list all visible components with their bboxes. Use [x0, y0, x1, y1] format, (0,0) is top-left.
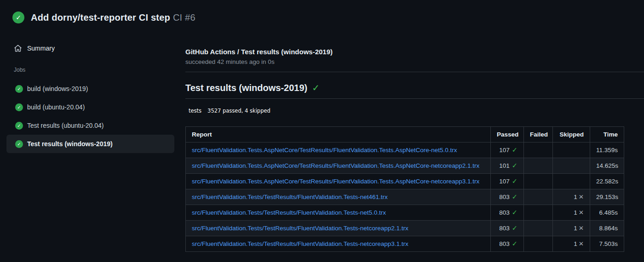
sidebar-job-item[interactable]: ✓ build (ubuntu-20.04) — [6, 98, 174, 116]
skipped-cell — [553, 158, 590, 174]
col-header-failed: Failed — [524, 127, 553, 142]
report-link[interactable]: src/FluentValidation.Tests/TestResults/F… — [192, 194, 388, 200]
summary-label: Summary — [27, 45, 55, 52]
passed-cell: 803✓ — [491, 221, 524, 236]
report-row: src/FluentValidation.Tests/TestResults/F… — [186, 189, 624, 205]
skipped-cell: 1✕ — [553, 221, 590, 236]
report-link[interactable]: src/FluentValidation.Tests/TestResults/F… — [192, 240, 408, 247]
badge-label: tests — [185, 106, 204, 115]
report-link[interactable]: src/FluentValidation.Tests.AspNetCore/Te… — [192, 162, 479, 169]
header-divider — [185, 72, 644, 72]
run-title-line: Add dorny/test-reporter CI stepCI #6 — [31, 12, 196, 23]
passed-cell: 803✓ — [491, 189, 524, 205]
check-run-status: succeeded 42 minutes ago in 0s — [185, 58, 644, 66]
sidebar-job-item[interactable]: ✓ build (windows-2019) — [6, 80, 174, 98]
col-header-passed: Passed — [491, 127, 524, 142]
report-row: src/FluentValidation.Tests.AspNetCore/Te… — [186, 142, 624, 158]
sidebar: Summary Jobs ✓ build (windows-2019) ✓ bu… — [0, 36, 185, 153]
jobs-list: ✓ build (windows-2019) ✓ build (ubuntu-2… — [6, 80, 174, 153]
report-row: src/FluentValidation.Tests.AspNetCore/Te… — [186, 158, 624, 174]
checks-page: ✓ Add dorny/test-reporter CI stepCI #6 S… — [0, 0, 644, 252]
run-number: CI #6 — [173, 12, 196, 23]
job-label: build (ubuntu-20.04) — [27, 103, 85, 111]
sidebar-item-summary[interactable]: Summary — [6, 39, 174, 57]
report-row: src/FluentValidation.Tests.AspNetCore/Te… — [186, 174, 624, 189]
tests-badge: tests 3527 passed, 4 skipped — [185, 106, 274, 115]
home-icon — [14, 44, 22, 52]
report-row: src/FluentValidation.Tests/TestResults/F… — [186, 221, 624, 236]
skipped-cell: 1✕ — [553, 236, 590, 252]
job-label: build (windows-2019) — [27, 85, 88, 92]
run-header: ✓ Add dorny/test-reporter CI stepCI #6 — [0, 0, 644, 36]
heading-success-check-icon: ✓ — [312, 82, 320, 93]
badge-value: 3527 passed, 4 skipped — [204, 106, 274, 115]
time-cell: 7.503s — [590, 236, 624, 252]
passed-cell: 107✓ — [491, 142, 524, 158]
jobs-section-label: Jobs — [6, 64, 174, 75]
run-success-icon: ✓ — [12, 11, 24, 23]
time-cell: 22.582s — [590, 174, 624, 189]
passed-check-icon: ✓ — [512, 240, 518, 247]
time-cell: 8.864s — [590, 221, 624, 236]
passed-check-icon: ✓ — [512, 177, 518, 185]
job-label: Test results (ubuntu-20.04) — [27, 122, 104, 129]
failed-cell — [524, 189, 553, 205]
results-heading: Test results (windows-2019)✓ — [185, 81, 644, 99]
col-header-report: Report — [186, 127, 491, 142]
check-run-title: GitHub Actions / Test results (windows-2… — [185, 47, 644, 56]
check-circle-icon: ✓ — [15, 85, 23, 93]
time-cell: 29.153s — [590, 189, 624, 205]
skipped-cell: 1✕ — [553, 189, 590, 205]
passed-check-icon: ✓ — [512, 162, 518, 169]
skipped-x-icon: ✕ — [579, 224, 584, 232]
check-circle-icon: ✓ — [15, 103, 23, 111]
skipped-x-icon: ✕ — [579, 193, 584, 200]
skipped-cell — [553, 142, 590, 158]
failed-cell — [524, 142, 553, 158]
check-circle-icon: ✓ — [15, 122, 23, 130]
failed-cell — [524, 158, 553, 174]
failed-cell — [524, 236, 553, 252]
report-link[interactable]: src/FluentValidation.Tests/TestResults/F… — [192, 209, 386, 216]
passed-check-icon: ✓ — [512, 209, 518, 216]
passed-check-icon: ✓ — [512, 193, 518, 200]
skipped-cell — [553, 174, 590, 189]
report-link[interactable]: src/FluentValidation.Tests.AspNetCore/Te… — [192, 178, 479, 185]
table-body: src/FluentValidation.Tests.AspNetCore/Te… — [186, 142, 624, 252]
passed-check-icon: ✓ — [512, 146, 518, 154]
results-heading-text: Test results (windows-2019) — [185, 83, 307, 93]
check-circle-icon: ✓ — [15, 140, 23, 148]
run-title: Add dorny/test-reporter CI step — [31, 12, 170, 23]
sidebar-job-item[interactable]: ✓ Test results (windows-2019) — [6, 135, 174, 153]
failed-cell — [524, 174, 553, 189]
content-area: Summary Jobs ✓ build (windows-2019) ✓ bu… — [0, 36, 644, 252]
test-results-table: Report Passed Failed Skipped Time src/Fl… — [185, 126, 624, 252]
passed-cell: 803✓ — [491, 205, 524, 221]
report-link[interactable]: src/FluentValidation.Tests/TestResults/F… — [192, 225, 408, 232]
passed-cell: 107✓ — [491, 174, 524, 189]
skipped-cell: 1✕ — [553, 205, 590, 221]
failed-cell — [524, 205, 553, 221]
skipped-x-icon: ✕ — [579, 209, 584, 216]
report-link[interactable]: src/FluentValidation.Tests.AspNetCore/Te… — [192, 147, 457, 154]
report-row: src/FluentValidation.Tests/TestResults/F… — [186, 236, 624, 252]
time-cell: 14.625s — [590, 158, 624, 174]
time-cell: 6.485s — [590, 205, 624, 221]
table-header-row: Report Passed Failed Skipped Time — [186, 127, 624, 142]
passed-cell: 803✓ — [491, 236, 524, 252]
col-header-time: Time — [590, 127, 624, 142]
report-row: src/FluentValidation.Tests/TestResults/F… — [186, 205, 624, 221]
job-label: Test results (windows-2019) — [27, 140, 113, 148]
check-run-panel: GitHub Actions / Test results (windows-2… — [185, 36, 644, 252]
failed-cell — [524, 221, 553, 236]
sidebar-job-item[interactable]: ✓ Test results (ubuntu-20.04) — [6, 116, 174, 135]
col-header-skipped: Skipped — [553, 127, 590, 142]
time-cell: 11.359s — [590, 142, 624, 158]
passed-check-icon: ✓ — [512, 224, 518, 232]
passed-cell: 101✓ — [491, 158, 524, 174]
skipped-x-icon: ✕ — [579, 240, 584, 247]
